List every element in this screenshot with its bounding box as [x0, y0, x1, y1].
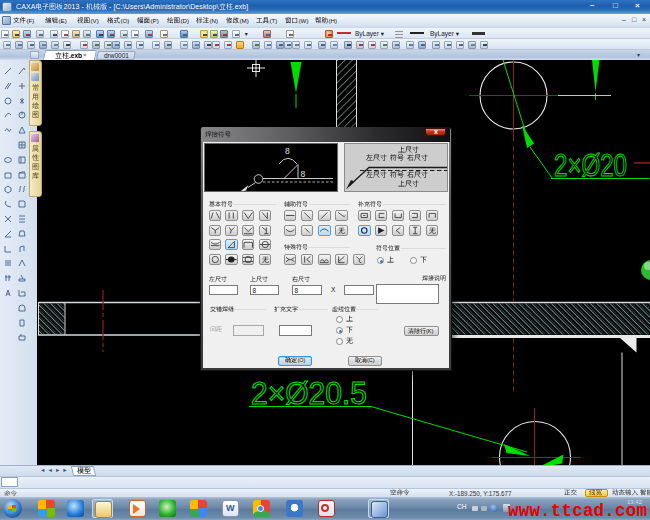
svg-text:2×Ø20: 2×Ø20	[554, 148, 627, 183]
svg-text:8: 8	[301, 169, 306, 179]
svg-text:2×Ø20.5: 2×Ø20.5	[251, 376, 367, 411]
svg-text:8: 8	[285, 146, 290, 156]
